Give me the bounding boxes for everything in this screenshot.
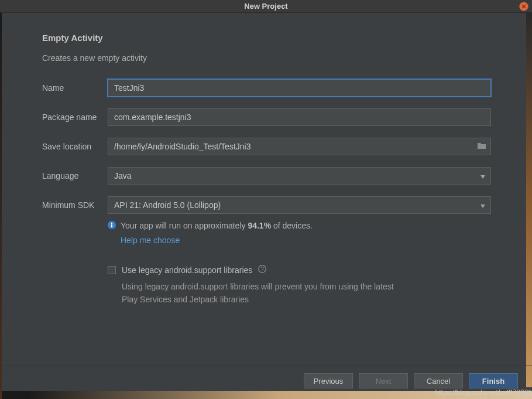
legacy-section: Use legacy android.support libraries ? U… <box>108 265 491 306</box>
name-row: Name <box>42 79 491 97</box>
package-label: Package name <box>42 112 108 122</box>
help-me-choose-link[interactable]: Help me choose <box>121 236 491 245</box>
language-row: Language Java <box>42 167 491 185</box>
page-description: Creates a new empty activity <box>42 53 491 63</box>
button-bar: Previous Next Cancel Finish <box>0 366 532 388</box>
page-heading: Empty Activity <box>42 33 491 43</box>
legacy-description: Using legacy android.support libraries w… <box>122 280 397 306</box>
browse-button[interactable] <box>477 141 486 152</box>
previous-button[interactable]: Previous <box>304 373 353 388</box>
background-strip-left <box>0 13 2 399</box>
folder-icon <box>477 142 486 149</box>
legacy-checkbox[interactable] <box>108 266 116 274</box>
finish-button[interactable]: Finish <box>469 373 518 388</box>
name-input[interactable] <box>108 79 491 97</box>
language-select[interactable]: Java <box>108 167 491 185</box>
info-text: Your app will run on approximately 94.1%… <box>121 220 313 232</box>
help-icon[interactable]: ? <box>258 265 266 275</box>
sdk-label: Minimum SDK <box>42 200 108 210</box>
svg-rect-2 <box>111 224 112 227</box>
titlebar: New Project <box>0 0 532 13</box>
location-row: Save location <box>42 138 491 155</box>
info-icon <box>108 221 116 231</box>
name-label: Name <box>42 83 108 93</box>
location-label: Save location <box>42 142 108 151</box>
package-row: Package name <box>42 108 491 126</box>
close-icon <box>521 4 526 9</box>
background-strip-right <box>526 13 532 387</box>
next-button[interactable]: Next <box>359 373 408 388</box>
sdk-row: Minimum SDK API 21: Android 5.0 (Lollipo… <box>42 196 491 214</box>
content-area: Empty Activity Creates a new empty activ… <box>0 13 532 306</box>
language-label: Language <box>42 171 108 180</box>
legacy-checkbox-label: Use legacy android.support libraries <box>122 265 252 275</box>
info-section: Your app will run on approximately 94.1%… <box>108 220 491 245</box>
svg-rect-1 <box>111 223 112 224</box>
watermark: https://blog.csdn.net/zxl970921 <box>435 388 532 397</box>
location-input[interactable] <box>108 138 491 155</box>
sdk-select[interactable]: API 21: Android 5.0 (Lollipop) <box>108 196 491 214</box>
close-button[interactable] <box>519 2 528 11</box>
cancel-button[interactable]: Cancel <box>414 373 463 388</box>
package-input[interactable] <box>108 108 491 126</box>
window-title: New Project <box>244 2 287 11</box>
svg-text:?: ? <box>261 266 265 272</box>
